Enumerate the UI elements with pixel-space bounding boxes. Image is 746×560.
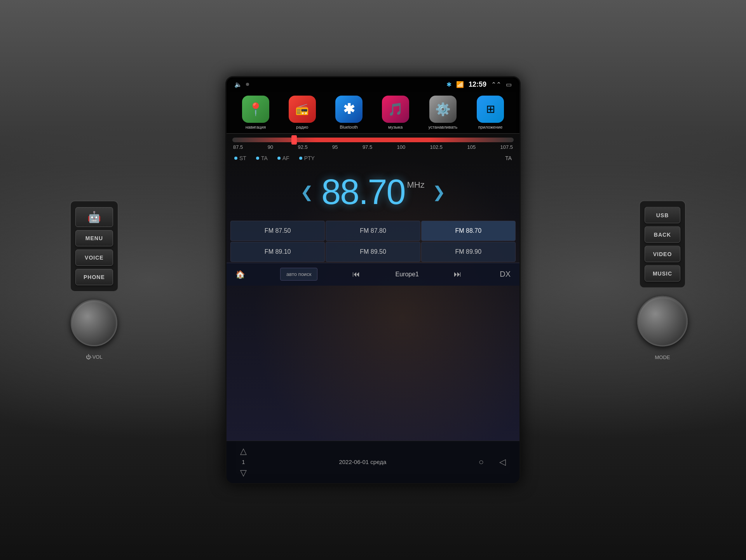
music-button[interactable]: MUSIC [645, 265, 680, 281]
nav-number: 1 [242, 459, 245, 465]
st-label: ST [239, 155, 246, 161]
pty-dot [299, 157, 302, 160]
app-music[interactable]: 🎵 музыка [382, 96, 409, 129]
home-button[interactable]: 🏠 [232, 268, 248, 281]
app-radio[interactable]: 📻 радио [289, 96, 316, 129]
preset-1[interactable]: FM 87.50 [230, 221, 325, 241]
time-display: 12:59 [469, 80, 486, 89]
main-screen: 🔈 ✱ 📶 12:59 ⌃⌃ ▭ 📍 навигация 📻 радио [225, 76, 521, 484]
down-arrow-button[interactable]: ▽ [238, 466, 249, 480]
nav-icon: 📍 [242, 96, 269, 123]
bluetooth-status-icon: ✱ [446, 81, 451, 88]
settings-icon: ⚙️ [429, 96, 457, 123]
freq-next-button[interactable]: ❯ [425, 179, 453, 205]
volume-knob[interactable] [71, 300, 117, 346]
app-settings[interactable]: ⚙️ устанавливать [429, 96, 458, 129]
bluetooth-icon: ✱ [335, 96, 363, 123]
apps-icon: ⊞ [477, 96, 504, 123]
app-bluetooth[interactable]: ✱ Bluetooth [335, 96, 363, 129]
presets-grid: FM 87.50 FM 87.80 FM 88.70 FM 89.10 FM 8… [227, 220, 519, 263]
nav-label: навигация [246, 125, 266, 129]
frequency-track[interactable] [232, 138, 514, 142]
frequency-slider-area[interactable]: 87.5 90 92.5 95 97.5 100 102.5 105 107.5 [227, 134, 519, 152]
status-bar: 🔈 ✱ 📶 12:59 ⌃⌃ ▭ [227, 77, 519, 92]
st-indicator: ST [234, 155, 246, 161]
auto-search-button[interactable]: авто поиск [280, 268, 317, 281]
radio-content: 87.5 90 92.5 95 97.5 100 102.5 105 107.5… [227, 134, 519, 441]
vol-label: ⏻·VOL [86, 354, 103, 360]
freq-mark-3: 95 [332, 144, 338, 150]
status-left: 🔈 [234, 81, 249, 88]
home-circle-button[interactable]: ○ [477, 455, 486, 469]
voice-button[interactable]: VOICE [75, 249, 113, 266]
frequency-number: 88.70 [321, 172, 405, 212]
prev-station-button[interactable]: ⏮ [349, 268, 363, 281]
android-button[interactable]: 🤖 [75, 207, 113, 227]
left-button-group: 🤖 MENU VOICE PHONE [70, 201, 119, 292]
preset-6[interactable]: FM 89.90 [421, 242, 516, 262]
freq-mark-6: 102.5 [430, 144, 443, 150]
music-icon: 🎵 [382, 96, 409, 123]
next-station-button[interactable]: ⏭ [451, 268, 465, 281]
status-dot [246, 83, 249, 86]
settings-label: устанавливать [429, 125, 458, 129]
bottom-controls: 🏠 авто поиск ⏮ Europe1 ⏭ DX [227, 263, 519, 286]
freq-prev-button[interactable]: ❮ [293, 179, 321, 205]
mode-knob[interactable] [637, 296, 688, 346]
preset-4[interactable]: FM 89.10 [230, 242, 325, 262]
freq-mark-5: 100 [397, 144, 406, 150]
volume-icon: 🔈 [234, 81, 242, 88]
frequency-display: ❮ 88.70 MHz ❯ [227, 164, 519, 220]
apps-label: приложение [478, 125, 503, 129]
left-controls-panel: 🤖 MENU VOICE PHONE ⏻·VOL [70, 201, 119, 360]
screen-icon: ▭ [506, 81, 512, 88]
st-dot [234, 157, 237, 160]
up-arrow-button[interactable]: △ [238, 444, 249, 458]
freq-mark-2: 92.5 [298, 144, 307, 150]
music-label: музыка [388, 125, 403, 129]
menu-button[interactable]: MENU [75, 230, 113, 246]
station-name: Europe1 [396, 271, 419, 278]
preset-2[interactable]: FM 87.80 [326, 221, 420, 241]
frequency-marks: 87.5 90 92.5 95 97.5 100 102.5 105 107.5 [232, 144, 514, 150]
car-dashboard: 🤖 MENU VOICE PHONE ⏻·VOL 🔈 ✱ 📶 12:59 ⌃⌃ … [0, 0, 746, 560]
app-apps[interactable]: ⊞ приложение [477, 96, 504, 129]
usb-button[interactable]: USB [645, 207, 680, 223]
frequency-thumb[interactable] [291, 135, 297, 145]
af-dot [277, 157, 281, 160]
status-right: ✱ 📶 12:59 ⌃⌃ ▭ [446, 80, 512, 89]
radio-label: радио [296, 125, 308, 129]
back-button[interactable]: BACK [645, 226, 680, 242]
indicators-bar: ST TA AF PTY TA [227, 152, 519, 164]
radio-icon: 📻 [289, 96, 316, 123]
freq-mark-4: 97.5 [363, 144, 372, 150]
back-triangle-button[interactable]: ◁ [497, 455, 508, 469]
date-display: 2022-06-01 среда [339, 459, 386, 465]
nav-bar: △ 1 ▽ 2022-06-01 среда ○ ◁ [227, 441, 519, 483]
dx-label[interactable]: DX [497, 268, 514, 281]
freq-mark-7: 105 [467, 144, 476, 150]
ta-right-label: TA [505, 155, 512, 161]
mode-label: MODE [655, 354, 670, 360]
frequency-unit: MHz [407, 180, 425, 190]
wifi-icon: 📶 [456, 81, 464, 88]
app-bar: 📍 навигация 📻 радио ✱ Bluetooth 🎵 музыка… [227, 92, 519, 134]
ta-dot [256, 157, 259, 160]
preset-5[interactable]: FM 89.50 [326, 242, 420, 262]
ta-indicator: TA [256, 155, 268, 161]
af-indicator: AF [277, 155, 289, 161]
right-button-group: USB BACK VIDEO MUSIC [639, 200, 686, 288]
expand-icon: ⌃⌃ [491, 81, 501, 88]
app-nav[interactable]: 📍 навигация [242, 96, 269, 129]
pty-label: PTY [304, 155, 315, 161]
video-button[interactable]: VIDEO [645, 246, 680, 262]
phone-button[interactable]: PHONE [75, 269, 113, 285]
preset-3[interactable]: FM 88.70 [421, 221, 516, 241]
freq-mark-8: 107.5 [500, 144, 513, 150]
freq-mark-0: 87.5 [233, 144, 243, 150]
pty-indicator: PTY [299, 155, 315, 161]
af-label: AF [282, 155, 289, 161]
right-controls-panel: USB BACK VIDEO MUSIC MODE [637, 200, 688, 360]
freq-mark-1: 90 [268, 144, 273, 150]
bluetooth-label: Bluetooth [340, 125, 357, 129]
